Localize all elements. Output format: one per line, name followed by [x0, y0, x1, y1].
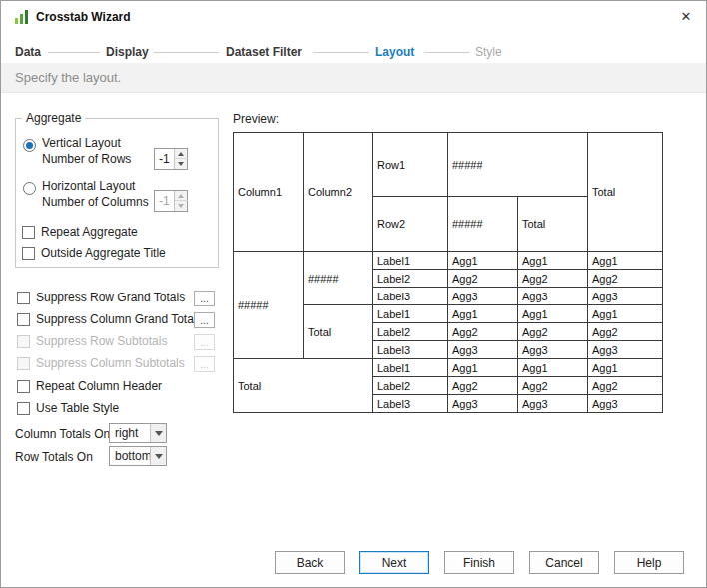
suppress-row-grand-totals-row: Suppress Row Grand Totals ...	[1, 291, 221, 308]
preview-col2-header: Column2	[304, 133, 373, 252]
agg-cell: Agg3	[518, 288, 588, 305]
repeat-column-header-label: Repeat Column Header	[36, 379, 162, 394]
agg-cell: Agg3	[448, 341, 518, 359]
row-totals-on-select[interactable]: bottom	[109, 446, 167, 466]
horizontal-layout-label: Horizontal Layout	[42, 179, 135, 193]
preview-subtotal-header-cell: Total	[304, 305, 373, 359]
column-totals-on-value: right	[115, 426, 138, 440]
tab-data[interactable]: Data	[15, 45, 41, 59]
number-of-rows-label: Number of Rows	[42, 152, 131, 166]
agg-cell: Agg1	[448, 252, 518, 270]
preview-grand-total-header: Total	[588, 133, 663, 252]
suppress-row-subtotals-row: Suppress Row Subtotals ...	[1, 334, 221, 352]
agg-cell: Agg2	[448, 377, 518, 395]
agg-cell: Agg3	[518, 395, 588, 413]
preview-row2-total-header: Total	[518, 197, 588, 252]
column-totals-on-label: Column Totals On	[15, 427, 110, 441]
agg-cell: Agg3	[518, 341, 588, 359]
outside-aggregate-title-label: Outside Aggregate Title	[41, 246, 166, 260]
tab-display[interactable]: Display	[106, 45, 149, 59]
agg-cell: Agg2	[448, 323, 518, 341]
aggregate-group-title: Aggregate	[22, 111, 85, 125]
agg-cell: Agg1	[518, 305, 588, 323]
use-table-style-label: Use Table Style	[36, 401, 119, 416]
row-label-cell: Label1	[373, 359, 448, 377]
agg-cell: Agg2	[518, 323, 588, 341]
row-label-cell: Label2	[373, 270, 448, 288]
number-of-columns-spinner: -1	[154, 190, 188, 212]
column-totals-on-select[interactable]: right	[109, 423, 167, 443]
spinner-down-icon[interactable]	[175, 159, 188, 169]
preview-row2-agg-cell: #####	[448, 197, 518, 252]
agg-cell: Agg3	[448, 395, 518, 413]
preview-row1-header: Row1	[373, 133, 448, 197]
agg-cell: Agg1	[588, 305, 663, 323]
agg-cell: Agg2	[518, 377, 588, 395]
number-of-rows-value: -1	[159, 152, 170, 166]
repeat-aggregate-label: Repeat Aggregate	[41, 225, 138, 239]
finish-button[interactable]: Finish	[444, 551, 514, 574]
step-connector	[313, 52, 369, 53]
use-table-style-checkbox[interactable]	[17, 402, 30, 415]
agg-cell: Agg1	[518, 359, 588, 377]
suppress-column-subtotals-more-button: ...	[194, 356, 215, 372]
crosstab-wizard-icon	[14, 9, 30, 25]
preview-table: Column1 Column2 Row1 ##### Total Row2 ##…	[233, 132, 663, 413]
agg-cell: Agg2	[448, 270, 518, 288]
tab-dataset-filter[interactable]: Dataset Filter	[226, 45, 302, 59]
repeat-column-header-checkbox[interactable]	[17, 380, 30, 393]
spinner-buttons	[174, 149, 187, 169]
suppress-row-grand-totals-label: Suppress Row Grand Totals	[36, 291, 185, 305]
row-label-cell: Label3	[373, 288, 448, 305]
vertical-layout-radio[interactable]	[23, 139, 36, 152]
next-button[interactable]: Next	[359, 551, 429, 574]
chevron-down-icon	[150, 424, 166, 442]
agg-cell: Agg3	[448, 288, 518, 305]
step-connector	[424, 52, 469, 53]
close-icon: ✕	[681, 9, 692, 24]
spinner-buttons	[174, 191, 187, 211]
agg-cell: Agg2	[588, 323, 663, 341]
preview-group-header-cell: #####	[234, 252, 304, 359]
close-button[interactable]: ✕	[673, 5, 699, 29]
row-totals-on-label: Row Totals On	[15, 450, 93, 464]
agg-cell: Agg1	[588, 359, 663, 377]
crosstab-wizard-dialog: Crosstab Wizard ✕ Data Display Dataset F…	[0, 0, 707, 588]
agg-cell: Agg1	[588, 252, 663, 270]
suppress-column-grand-totals-more-button[interactable]: ...	[194, 312, 215, 328]
row-label-cell: Label3	[373, 341, 448, 359]
tab-layout[interactable]: Layout	[375, 45, 414, 59]
row-label-cell: Label2	[373, 323, 448, 341]
help-button[interactable]: Help	[614, 551, 684, 574]
number-of-rows-spinner[interactable]: -1	[154, 148, 188, 170]
cancel-button[interactable]: Cancel	[529, 551, 599, 574]
agg-cell: Agg1	[448, 305, 518, 323]
suppress-row-subtotals-label: Suppress Row Subtotals	[36, 334, 167, 349]
row-label-cell: Label1	[373, 252, 448, 270]
repeat-aggregate-checkbox[interactable]	[22, 226, 35, 239]
aggregate-group: Aggregate Vertical Layout Number of Rows…	[15, 118, 219, 268]
back-button[interactable]: Back	[275, 551, 345, 574]
horizontal-layout-radio[interactable]	[23, 182, 36, 195]
page-subtitle: Specify the layout.	[15, 70, 121, 85]
agg-cell: Agg3	[588, 341, 663, 359]
step-connector	[154, 52, 219, 53]
preview-subgroup-header-cell: #####	[304, 252, 373, 305]
subtitle-band: Specify the layout.	[1, 63, 707, 93]
suppress-row-grand-totals-more-button[interactable]: ...	[194, 291, 215, 306]
suppress-row-grand-totals-checkbox[interactable]	[17, 292, 30, 304]
chevron-down-icon	[150, 447, 166, 465]
vertical-layout-label: Vertical Layout	[42, 136, 121, 150]
step-connector	[48, 52, 100, 53]
outside-aggregate-title-checkbox[interactable]	[22, 247, 35, 260]
spinner-up-icon[interactable]	[175, 149, 188, 159]
use-table-style-row: Use Table Style	[1, 401, 221, 419]
agg-cell: Agg3	[588, 288, 663, 305]
tab-style[interactable]: Style	[475, 45, 502, 59]
row-label-cell: Label1	[373, 305, 448, 323]
number-of-columns-label: Number of Columns	[42, 195, 149, 209]
suppress-column-grand-totals-checkbox[interactable]	[17, 313, 30, 326]
agg-cell: Agg1	[518, 252, 588, 270]
suppress-column-subtotals-label: Suppress Column Subtotals	[36, 356, 185, 371]
spinner-up-icon	[175, 191, 188, 201]
